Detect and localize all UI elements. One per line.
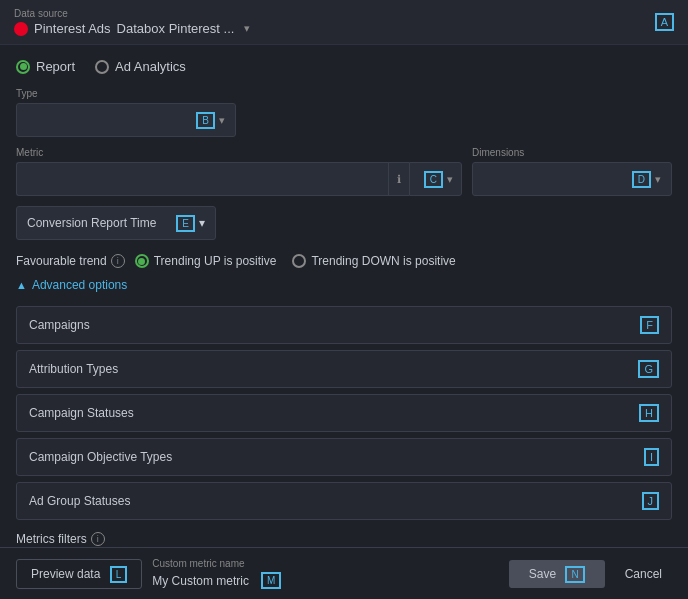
preview-data-button[interactable]: Preview data L (16, 559, 142, 589)
campaigns-label: Campaigns (29, 318, 90, 332)
box-label-j: J (642, 492, 660, 510)
campaign-statuses-label: Campaign Statuses (29, 406, 134, 420)
datasource-name: Pinterest Ads (34, 21, 111, 36)
custom-metric-name-label: Custom metric name (152, 558, 498, 569)
cancel-button[interactable]: Cancel (615, 560, 672, 588)
ad-group-statuses-label: Ad Group Statuses (29, 494, 130, 508)
main-content: Report Ad Analytics Type B ▾ (0, 45, 688, 599)
data-source-label: Data source (14, 8, 250, 19)
datasource-dropdown-arrow: ▾ (244, 22, 250, 35)
advanced-options-toggle[interactable]: ▲ Advanced options (16, 278, 672, 292)
box-label-h: H (639, 404, 659, 422)
ad-analytics-radio[interactable]: Ad Analytics (95, 59, 186, 74)
conversion-arrow: ▾ (199, 216, 205, 230)
custom-metric-group: Custom metric name My Custom metric M (152, 558, 498, 589)
page-wrapper: Data source Pinterest Ads Databox Pinter… (0, 0, 688, 599)
dimensions-arrow: ▾ (655, 173, 661, 186)
dimensions-group: Dimensions D ▾ (472, 147, 672, 196)
report-type-row: Report Ad Analytics (16, 59, 672, 74)
cancel-label: Cancel (625, 567, 662, 581)
report-label: Report (36, 59, 75, 74)
trending-down-option[interactable]: Trending DOWN is positive (292, 254, 455, 268)
save-button[interactable]: Save N (509, 560, 605, 588)
data-source-bar: Data source Pinterest Ads Databox Pinter… (0, 0, 688, 45)
campaign-objective-types-label: Campaign Objective Types (29, 450, 172, 464)
box-label-c: C (424, 171, 443, 188)
pinterest-icon (14, 22, 28, 36)
type-select[interactable]: B ▾ (16, 103, 236, 137)
conversion-label: Conversion Report Time (27, 216, 156, 230)
custom-metric-name-value: My Custom metric (152, 574, 249, 588)
trending-up-radio (135, 254, 149, 268)
metrics-filters-text: Metrics filters (16, 532, 87, 546)
trending-up-option[interactable]: Trending UP is positive (135, 254, 277, 268)
data-source-left: Data source Pinterest Ads Databox Pinter… (14, 8, 250, 36)
metric-label: Metric (16, 147, 462, 158)
metric-group: Metric ℹ C ▾ (16, 147, 462, 196)
trend-info-icon[interactable]: i (111, 254, 125, 268)
bottom-bar: Preview data L Custom metric name My Cus… (0, 547, 688, 599)
box-label-b: B (196, 112, 215, 129)
box-label-l: L (110, 566, 128, 583)
save-label: Save (529, 567, 556, 581)
metrics-filters-info-icon[interactable]: i (91, 532, 105, 546)
trend-options: Trending UP is positive Trending DOWN is… (135, 254, 456, 268)
type-group: Type B ▾ (16, 88, 236, 137)
box-label-g: G (638, 360, 659, 378)
trending-up-label: Trending UP is positive (154, 254, 277, 268)
attribution-types-label: Attribution Types (29, 362, 118, 376)
conversion-select[interactable]: Conversion Report Time E ▾ (16, 206, 216, 240)
filter-fields-list: Campaigns F Attribution Types G Campaign… (16, 306, 672, 520)
dimensions-label: Dimensions (472, 147, 672, 158)
conversion-row: Conversion Report Time E ▾ (16, 206, 672, 240)
campaign-statuses-filter[interactable]: Campaign Statuses H (16, 394, 672, 432)
ad-analytics-label: Ad Analytics (115, 59, 186, 74)
box-label-f: F (640, 316, 659, 334)
preview-label: Preview data (31, 567, 100, 581)
box-label-i: I (644, 448, 659, 466)
metric-arrow-icon: ▾ (447, 173, 453, 186)
trending-down-radio (292, 254, 306, 268)
advanced-options-label: Advanced options (32, 278, 127, 292)
data-source-value[interactable]: Pinterest Ads Databox Pinterest ... ▾ (14, 21, 250, 36)
trend-label: Favourable trend i (16, 254, 125, 268)
type-row: Type B ▾ (16, 88, 672, 137)
attribution-types-filter[interactable]: Attribution Types G (16, 350, 672, 388)
metric-dimensions-row: Metric ℹ C ▾ Di (16, 147, 672, 196)
metric-info-icon[interactable]: ℹ (388, 162, 409, 196)
metric-dropdown[interactable]: C ▾ (409, 162, 462, 196)
ad-group-statuses-filter[interactable]: Ad Group Statuses J (16, 482, 672, 520)
datasource-provider: Databox Pinterest ... (117, 21, 235, 36)
box-label-n: N (565, 566, 584, 583)
ad-analytics-radio-circle (95, 60, 109, 74)
report-radio[interactable]: Report (16, 59, 75, 74)
metrics-filters-label: Metrics filters i (16, 532, 672, 546)
campaign-objective-types-filter[interactable]: Campaign Objective Types I (16, 438, 672, 476)
report-radio-circle (16, 60, 30, 74)
trend-row: Favourable trend i Trending UP is positi… (16, 254, 672, 268)
trend-label-text: Favourable trend (16, 254, 107, 268)
metric-input[interactable] (16, 162, 388, 196)
box-label-d: D (632, 171, 651, 188)
box-label-a: A (655, 13, 674, 31)
type-label: Type (16, 88, 236, 99)
type-dropdown-arrow: ▾ (219, 114, 225, 127)
info-symbol: ℹ (397, 173, 401, 186)
box-label-e: E (176, 215, 195, 232)
chevron-up-icon: ▲ (16, 279, 27, 291)
box-label-m: M (261, 572, 281, 589)
trending-down-label: Trending DOWN is positive (311, 254, 455, 268)
dimensions-select[interactable]: D ▾ (472, 162, 672, 196)
campaigns-filter[interactable]: Campaigns F (16, 306, 672, 344)
